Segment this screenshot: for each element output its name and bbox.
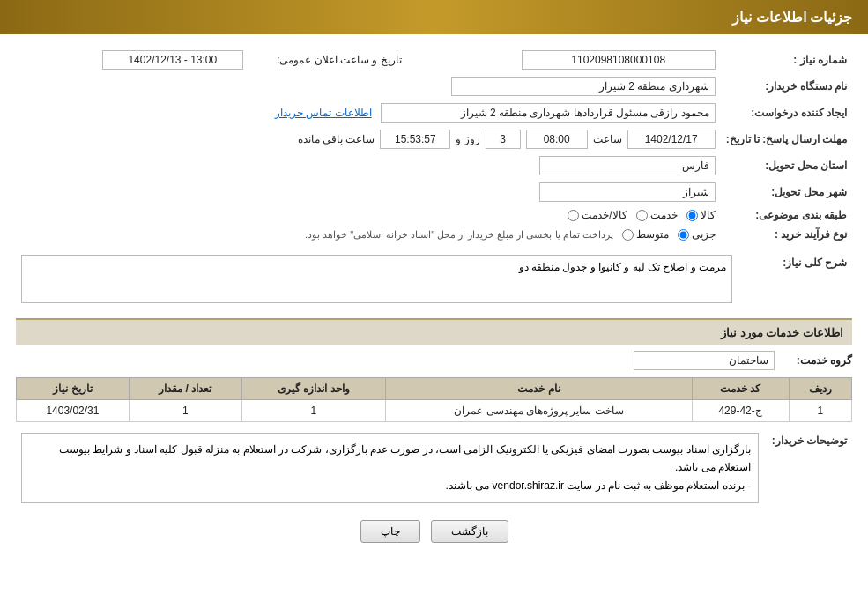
process-note: پرداخت تمام یا بخشی از مبلغ خریدار از مح… [21, 229, 613, 241]
category-label: طبقه بندی موضوعی: [721, 205, 852, 225]
cell-name: ساخت سایر پروژه‌های مهندسی عمران [386, 400, 692, 422]
cell-code: ج-42-429 [692, 400, 789, 422]
response-days-input: 3 [486, 130, 521, 149]
notes-value-cell [16, 429, 764, 509]
city-label: شهر محل تحویل: [721, 179, 852, 205]
cell-row: 1 [789, 400, 851, 422]
services-table: ردیف کد خدمت نام خدمت واحد اندازه گیری ت… [16, 377, 852, 422]
response-deadline-value-cell: 1402/12/17 ساعت 08:00 3 روز و 15:53:57 س… [16, 126, 721, 152]
info-table: شماره نیاز : 1102098108000108 تاریخ و سا… [16, 47, 852, 244]
process-value-cell: پرداخت تمام یا بخشی از مبلغ خریدار از مح… [16, 225, 721, 244]
creator-input: محمود رازقی مسئول قراردادها شهرداری منطق… [381, 103, 716, 123]
days-prefix-label: روز و [456, 133, 479, 145]
service-group-input: ساختمان [634, 351, 775, 370]
page-wrapper: جزئیات اطلاعات نیاز شماره نیاز : 1102098… [0, 0, 868, 609]
response-deadline-label: مهلت ارسال پاسخ: تا تاریخ: [721, 126, 852, 152]
need-number-input: 1102098108000108 [522, 50, 716, 70]
province-label: استان محل تحویل: [721, 152, 852, 179]
category-radio-khedmat[interactable] [636, 210, 648, 221]
description-label: شرح کلی نیاز: [738, 251, 852, 309]
category-option-khedmat[interactable]: خدمت [636, 209, 678, 221]
content-area: شماره نیاز : 1102098108000108 تاریخ و سا… [0, 34, 868, 566]
remain-suffix-label: ساعت باقی مانده [298, 133, 375, 145]
category-radio-kala[interactable] [686, 210, 698, 221]
row-creator: ایجاد کننده درخواست: محمود رازقی مسئول ق… [16, 100, 852, 126]
cell-quantity: 1 [129, 400, 241, 422]
announce-value-cell: 1402/12/13 - 13:00 [16, 47, 249, 73]
category-radio-kala-khedmat[interactable] [568, 210, 579, 221]
creator-label: ایجاد کننده درخواست: [721, 100, 852, 126]
col-code: کد خدمت [692, 378, 789, 400]
response-remain-input: 15:53:57 [380, 130, 450, 149]
process-option-motavasset[interactable]: متوسط [622, 228, 669, 241]
row-process: نوع فرآیند خرید : پرداخت تمام یا بخشی از… [16, 225, 852, 244]
category-option-kala[interactable]: کالا [686, 209, 716, 221]
table-row: 1ج-42-429ساخت سایر پروژه‌های مهندسی عمرا… [17, 400, 852, 422]
description-table: شرح کلی نیاز: [16, 251, 852, 309]
services-table-head: ردیف کد خدمت نام خدمت واحد اندازه گیری ت… [17, 378, 852, 400]
announce-label: تاریخ و ساعت اعلان عمومی: [277, 54, 402, 66]
process-label-motavasset: متوسط [636, 228, 669, 241]
row-province: استان محل تحویل: فارس [16, 152, 852, 179]
need-number-value: 1102098108000108 [407, 47, 721, 73]
creator-contact-link[interactable]: اطلاعات تماس خریدار [275, 107, 372, 119]
buyer-org-value-cell: شهرداری منطقه 2 شیراز [16, 73, 721, 100]
category-option-kala-khedmat[interactable]: کالا/خدمت [568, 209, 627, 221]
notes-table: توضیحات خریدار: [16, 429, 852, 509]
process-radio-motavasset[interactable] [622, 229, 634, 241]
creator-value-cell: محمود رازقی مسئول قراردادها شهرداری منطق… [16, 100, 721, 126]
col-unit: واحد اندازه گیری [241, 378, 386, 400]
service-group-label: گروه خدمت: [782, 354, 852, 367]
description-value-cell [16, 251, 738, 309]
category-label-kala-khedmat: کالا/خدمت [582, 209, 627, 221]
category-label-kala: کالا [701, 209, 716, 221]
row-city: شهر محل تحویل: شیراز [16, 179, 852, 205]
process-radio-group: پرداخت تمام یا بخشی از مبلغ خریدار از مح… [21, 228, 716, 241]
buttons-row: بازگشت چاپ [16, 520, 852, 543]
row-description: شرح کلی نیاز: [16, 251, 852, 309]
services-section-header: اطلاعات خدمات مورد نیاز [16, 318, 852, 345]
row-response-deadline: مهلت ارسال پاسخ: تا تاریخ: 1402/12/17 سا… [16, 126, 852, 152]
row-buyer-org: نام دستگاه خریدار: شهرداری منطقه 2 شیراز [16, 73, 852, 100]
process-option-jozii[interactable]: جزیی [678, 228, 716, 241]
category-label-khedmat: خدمت [650, 209, 678, 221]
response-date-input: 1402/12/17 [627, 130, 716, 149]
row-need-number: شماره نیاز : 1102098108000108 تاریخ و سا… [16, 47, 852, 73]
back-button[interactable]: بازگشت [431, 520, 508, 543]
print-button[interactable]: چاپ [360, 520, 420, 543]
col-qty: تعداد / مقدار [129, 378, 241, 400]
response-time-input: 08:00 [526, 130, 588, 149]
province-value-cell: فارس [16, 152, 721, 179]
city-value-cell: شیراز [16, 179, 721, 205]
description-textarea[interactable] [21, 255, 732, 303]
province-input: فارس [539, 156, 716, 175]
cell-date: 1403/02/31 [17, 400, 130, 422]
page-title: جزئیات اطلاعات نیاز [16, 9, 852, 26]
time-label: ساعت [593, 133, 622, 145]
buyer-org-label: نام دستگاه خریدار: [721, 73, 852, 100]
category-radio-group: کالا/خدمت خدمت کالا [21, 209, 716, 221]
col-name: نام خدمت [386, 378, 692, 400]
remain-time-row: 1402/12/17 ساعت 08:00 3 روز و 15:53:57 س… [21, 130, 716, 149]
city-input: شیراز [539, 182, 716, 202]
notes-textarea[interactable] [21, 433, 759, 503]
buyer-org-input: شهرداری منطقه 2 شیراز [451, 77, 716, 96]
process-label: نوع فرآیند خرید : [721, 225, 852, 244]
page-header: جزئیات اطلاعات نیاز [0, 0, 868, 34]
cell-unit: 1 [241, 400, 386, 422]
service-group-row: گروه خدمت: ساختمان [16, 351, 852, 370]
col-date: تاریخ نیاز [17, 378, 130, 400]
need-number-label: شماره نیاز : [721, 47, 852, 73]
notes-label: توضیحات خریدار: [764, 429, 852, 509]
row-notes: توضیحات خریدار: [16, 429, 852, 509]
process-radio-jozii[interactable] [678, 229, 689, 241]
category-value-cell: کالا/خدمت خدمت کالا [16, 205, 721, 225]
process-label-jozii: جزیی [692, 228, 716, 241]
announce-value: 1402/12/13 - 13:00 [102, 50, 243, 70]
services-table-header-row: ردیف کد خدمت نام خدمت واحد اندازه گیری ت… [17, 378, 852, 400]
services-table-body: 1ج-42-429ساخت سایر پروژه‌های مهندسی عمرا… [17, 400, 852, 422]
row-category: طبقه بندی موضوعی: کالا/خدمت خدمت [16, 205, 852, 225]
announce-label-cell: تاریخ و ساعت اعلان عمومی: [249, 47, 407, 73]
col-row: ردیف [789, 378, 851, 400]
